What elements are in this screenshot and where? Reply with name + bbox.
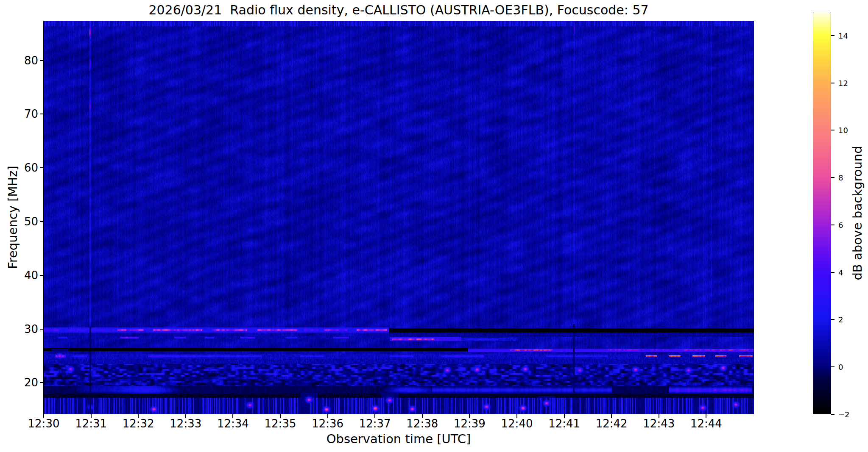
x-tick-label: 12:35 (265, 417, 296, 430)
colorbar-tick-mark (831, 130, 835, 130)
y-tick-label: 70 (24, 108, 38, 120)
y-tick-mark (40, 167, 44, 168)
x-tick-label: 12:34 (217, 417, 249, 430)
y-tick-label: 80 (24, 54, 38, 67)
colorbar-tick-label: 12 (838, 78, 848, 87)
colorbar-tick-label: 6 (838, 220, 843, 229)
y-tick-label: 20 (24, 376, 38, 389)
y-tick-mark (40, 221, 44, 222)
chart-title: 2026/03/21 Radio flux density, e-CALLIST… (44, 3, 754, 17)
colorbar-tick-label: −2 (838, 410, 850, 419)
colorbar-tick-mark (831, 366, 835, 367)
colorbar-tick-label: 14 (838, 31, 848, 40)
colorbar-tick-mark (831, 319, 835, 320)
y-tick-label: 30 (24, 323, 38, 336)
colorbar-tick-mark (831, 414, 835, 415)
y-tick-label: 40 (24, 269, 38, 282)
x-tick-label: 12:30 (28, 417, 60, 430)
colorbar-tick-label: 2 (838, 315, 843, 324)
colorbar-tick-mark (831, 83, 835, 83)
x-tick-label: 12:36 (312, 417, 343, 430)
y-tick-mark (40, 382, 44, 383)
x-tick-label: 12:41 (548, 417, 580, 430)
colorbar-tick-mark (831, 177, 835, 178)
x-tick-label: 12:42 (596, 417, 628, 430)
x-tick-label: 12:43 (643, 417, 675, 430)
x-tick-label: 12:33 (170, 417, 201, 430)
y-tick-label: 50 (24, 215, 38, 228)
x-tick-label: 12:37 (359, 417, 391, 430)
colorbar (813, 12, 831, 414)
colorbar-tick-mark (831, 225, 835, 225)
colorbar-tick-label: 8 (838, 173, 843, 182)
y-tick-mark (40, 329, 44, 330)
y-tick-mark (40, 275, 44, 276)
x-tick-label: 12:31 (75, 417, 107, 430)
colorbar-tick-mark (831, 35, 835, 36)
y-tick-label: 60 (24, 161, 38, 174)
plot-border (43, 21, 754, 414)
x-tick-label: 12:32 (123, 417, 154, 430)
y-tick-mark (40, 60, 44, 61)
y-tick-mark (40, 114, 44, 114)
colorbar-tick-label: 0 (838, 363, 843, 372)
x-tick-label: 12:44 (690, 417, 722, 430)
colorbar-tick-mark (831, 272, 835, 273)
x-axis-label: Observation time [UTC] (44, 432, 754, 446)
spectrogram-figure: 2026/03/21 Radio flux density, e-CALLIST… (0, 0, 868, 452)
colorbar-tick-label: 10 (838, 126, 848, 135)
colorbar-tick-label: 4 (838, 268, 843, 277)
y-axis-label: Frequency [MHz] (6, 166, 20, 269)
colorbar-label: dB above background (850, 146, 865, 280)
x-tick-label: 12:40 (501, 417, 533, 430)
x-tick-label: 12:39 (454, 417, 486, 430)
x-tick-label: 12:38 (406, 417, 438, 430)
